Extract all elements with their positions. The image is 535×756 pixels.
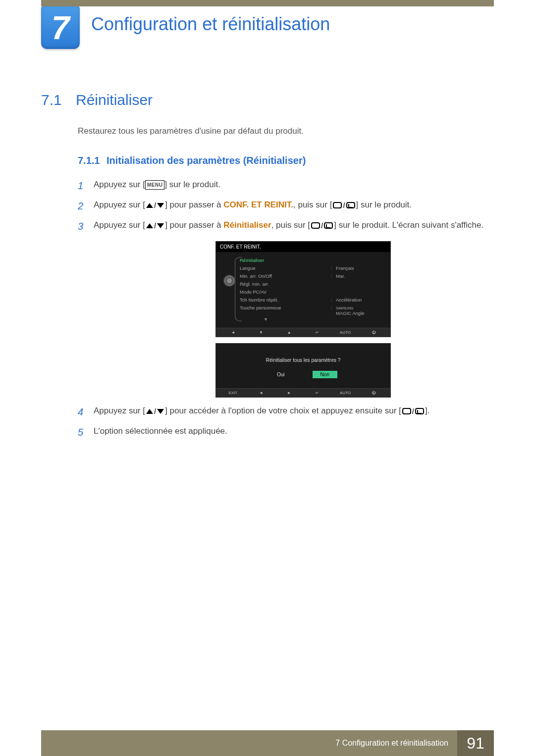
osd-value: Français — [336, 265, 385, 271]
chapter-number-badge: 7 — [41, 6, 80, 49]
step-3: 3 Appuyez sur [/] pour passer à Réinitia… — [78, 219, 492, 234]
step-number: 3 — [78, 219, 87, 234]
osd-menu: CONF. ET REINIT. Réinitialiser Langue:Fr… — [215, 241, 391, 337]
page-number: 91 — [457, 730, 494, 756]
osd-row: Touche personneue:SAMSUNGMAGIC Angle — [240, 303, 385, 317]
power-icon: ⏻ — [359, 391, 387, 395]
page-content: 7.1Réinitialiser Restaurez tous les para… — [41, 92, 492, 445]
text: , puis sur [ — [271, 220, 310, 230]
chapter-title: Configuration et réinitialisation — [91, 14, 330, 35]
step-text: Appuyez sur [/] pour passer à CONF. ET R… — [94, 199, 412, 214]
text: , puis sur [ — [293, 200, 332, 209]
enter-icon: ↵ — [303, 330, 331, 335]
step-5: 5 L'option sélectionnée est appliquée. — [78, 425, 492, 440]
osd-row: Réinitialiser — [240, 256, 385, 264]
step-number: 1 — [78, 178, 87, 194]
step-number: 2 — [78, 199, 87, 214]
osd-row: Régl. min. arr. — [240, 280, 385, 288]
osd-confirm-dialog: Réinitialiser tous les paramètres ? Oui … — [215, 343, 391, 398]
select-enter-icon: / — [310, 220, 334, 231]
text: ] pour accéder à l'option de votre choix… — [165, 406, 401, 415]
nav-up-icon: ▲ — [275, 330, 303, 335]
osd-list: Réinitialiser Langue:Français Min. arr. … — [240, 256, 385, 322]
step-number: 5 — [78, 425, 87, 440]
up-down-icon: / — [145, 200, 165, 211]
scroll-down-icon: ▼ — [240, 317, 385, 322]
text: Appuyez sur [ — [94, 406, 145, 415]
nav-left-icon: ◄ — [247, 391, 275, 395]
osd-value: Accélération — [336, 297, 385, 302]
nav-right-icon: ► — [275, 391, 303, 395]
nav-down-icon: ▼ — [247, 330, 275, 335]
text: ] pour passer à — [165, 200, 223, 209]
osd-label: Touche personneue — [240, 305, 331, 316]
osd-title: CONF. ET REINIT. — [216, 242, 390, 252]
step-text: Appuyez sur [/] pour accéder à l'option … — [94, 404, 429, 420]
osd-row: Mode PC/AV — [240, 288, 385, 296]
footer-chapter-label: 7 Configuration et réinitialisation — [41, 730, 457, 756]
step-number: 4 — [78, 404, 87, 420]
text: Appuyez sur [ — [94, 220, 145, 230]
text: ] sur le produit. L'écran suivant s'affi… — [334, 220, 483, 230]
osd-value: Mar. — [336, 273, 385, 279]
text: ]. — [425, 406, 429, 415]
step-text: Appuyez sur [/] pour passer à Réinitiali… — [94, 219, 483, 234]
text: ] pour passer à — [165, 220, 223, 230]
confirm-buttons: Oui Non — [221, 371, 385, 378]
select-enter-icon: / — [332, 200, 356, 211]
section-title: Réinitialiser — [76, 92, 153, 108]
up-down-icon: / — [145, 405, 165, 417]
osd-row: Tch Nombre répét.:Accélération — [240, 296, 385, 303]
osd-label: Régl. min. arr. — [240, 281, 385, 287]
power-icon: ⏻ — [359, 330, 387, 335]
confirm-yes: Oui — [269, 371, 293, 378]
auto-label: AUTO — [331, 391, 360, 395]
section-heading: 7.1Réinitialiser — [41, 92, 492, 108]
text: ] sur le produit. — [164, 180, 220, 189]
subsection-number: 7.1.1 — [78, 155, 107, 166]
osd-label: Réinitialiser — [240, 257, 385, 263]
osd-label: Mode PC/AV — [240, 289, 385, 295]
enter-icon: ↵ — [303, 391, 331, 395]
highlight-text: CONF. ET REINIT. — [223, 200, 293, 209]
subsection-title: Initialisation des paramètres (Réinitial… — [107, 155, 306, 166]
step-text: L'option sélectionnée est appliquée. — [94, 425, 227, 440]
text: ] sur le produit. — [356, 200, 412, 209]
section-number: 7.1 — [41, 92, 76, 108]
exit-label: EXIT — [219, 391, 247, 395]
menu-button-icon: MENU — [145, 180, 164, 190]
osd-label: Tch Nombre répét. — [240, 297, 331, 302]
up-down-icon: / — [145, 220, 165, 231]
page-footer: 7 Configuration et réinitialisation 91 — [41, 730, 494, 756]
step-text: Appuyez sur [MENU] sur le produit. — [94, 178, 220, 194]
nav-left-icon: ◄ — [219, 330, 247, 335]
text: Appuyez sur [ — [94, 200, 145, 209]
confirm-question: Réinitialiser tous les paramètres ? — [221, 357, 385, 363]
top-bar — [41, 0, 494, 6]
osd-row: Min. arr. On/Off:Mar. — [240, 272, 385, 280]
osd-body: Réinitialiser Langue:Français Min. arr. … — [216, 252, 390, 328]
steps-list: 1 Appuyez sur [MENU] sur le produit. 2 A… — [78, 178, 492, 440]
osd-footer: ◄ ▼ ▲ ↵ AUTO ⏻ — [216, 328, 390, 337]
osd-confirm-footer: EXIT ◄ ► ↵ AUTO ⏻ — [216, 388, 390, 397]
osd-sidebar — [219, 256, 240, 322]
step-1: 1 Appuyez sur [MENU] sur le produit. — [78, 178, 492, 194]
step-2: 2 Appuyez sur [/] pour passer à CONF. ET… — [78, 199, 492, 214]
osd-screenshot: CONF. ET REINIT. Réinitialiser Langue:Fr… — [215, 241, 391, 398]
highlight-text: Réinitialiser — [223, 220, 271, 230]
osd-label: Langue — [240, 265, 331, 271]
select-enter-icon: / — [401, 405, 425, 417]
step-4: 4 Appuyez sur [/] pour accéder à l'optio… — [78, 404, 492, 420]
gear-icon — [224, 276, 234, 286]
section-intro: Restaurez tous les paramètres d'usine pa… — [78, 126, 492, 136]
osd-label: Min. arr. On/Off — [240, 273, 331, 279]
text: Appuyez sur [ — [94, 180, 145, 189]
confirm-body: Réinitialiser tous les paramètres ? Oui … — [216, 344, 390, 388]
subsection-heading: 7.1.1Initialisation des paramètres (Réin… — [78, 155, 492, 166]
confirm-no: Non — [313, 371, 337, 378]
auto-label: AUTO — [331, 330, 360, 335]
osd-row: Langue:Français — [240, 264, 385, 272]
osd-value: SAMSUNGMAGIC Angle — [336, 305, 385, 316]
